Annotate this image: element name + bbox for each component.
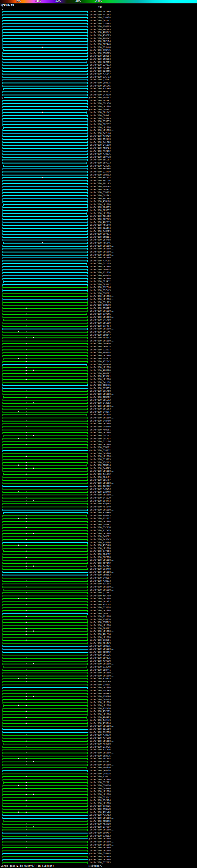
alignment-row[interactable]: UniRef100_C1AE17	[0, 348, 197, 351]
alignment-row[interactable]: ▷UniRef100_UP1000...	[0, 648, 197, 651]
alignment-bar[interactable]	[2, 806, 88, 807]
alignment-row[interactable]: ▷UniRef100_C79D53	[0, 387, 197, 390]
alignment-row[interactable]: UniRef100_B0T1T2	[0, 562, 197, 565]
alignment-bar[interactable]	[2, 284, 88, 285]
subject-label[interactable]: UniRef100_B3VLC4	[90, 603, 110, 606]
subject-label[interactable]: UniRef100_Q5D6C3	[90, 58, 110, 61]
alignment-row[interactable]: UniRef100_B4ULF9	[0, 680, 197, 683]
alignment-row[interactable]: UniRef100_B7B766	[0, 541, 197, 544]
subject-label[interactable]: UniRef100_Q01SV7	[90, 111, 110, 114]
alignment-row[interactable]: UniRef100_Q2V3J2	[0, 64, 197, 66]
alignment-bar[interactable]	[2, 349, 88, 350]
subject-label[interactable]: UniRef100_A93568	[90, 743, 110, 745]
subject-label[interactable]: UniRef100_B4C3V1	[90, 565, 110, 568]
subject-label[interactable]: UniRef100_A3ZYX0	[90, 544, 110, 547]
alignment-bar[interactable]	[2, 130, 88, 131]
subject-label[interactable]: UniRef100_Q2XTD9	[90, 170, 110, 173]
alignment-bar[interactable]	[2, 168, 88, 169]
alignment-bar[interactable]	[2, 767, 87, 768]
subject-label[interactable]: UniRef100_Q8S5L7	[90, 283, 110, 286]
subject-label[interactable]: UniRef100_C7Q712	[90, 449, 110, 452]
subject-label[interactable]: UniRef100_UP1000...	[90, 586, 114, 588]
subject-label[interactable]: UniRef100_A9JJT2	[90, 337, 110, 339]
alignment-row[interactable]: UniRef100_B2URE0	[0, 512, 197, 514]
alignment-row[interactable]: UniRef100_Q2PF37	[0, 123, 197, 126]
alignment-bar[interactable]	[2, 338, 88, 338]
alignment-row[interactable]: UniRef100_Q3R6UL	[0, 684, 197, 686]
alignment-bar[interactable]	[2, 151, 88, 152]
subject-label[interactable]: UniRef100_Q2GT81	[90, 79, 110, 81]
alignment-bar[interactable]	[2, 723, 88, 724]
alignment-bar[interactable]	[2, 177, 88, 178]
subject-label[interactable]: UniRef100_UP1000...	[90, 662, 114, 665]
alignment-row[interactable]: UniRef100_B9E750	[0, 390, 197, 393]
alignment-row[interactable]: UniRef100_B1U3T5	[0, 677, 197, 680]
subject-label[interactable]: UniRef100_B8LLV2	[90, 399, 110, 402]
alignment-bar[interactable]	[2, 109, 88, 110]
alignment-row[interactable]: UniRef100_Q24LN1	[0, 476, 197, 479]
alignment-bar[interactable]	[2, 598, 88, 599]
subject-label[interactable]: UniRef100_A9NUB8	[90, 185, 110, 188]
alignment-bar[interactable]	[2, 207, 88, 208]
alignment-bar[interactable]	[2, 687, 88, 688]
alignment-bar[interactable]	[2, 524, 88, 525]
alignment-row[interactable]: UniRef100_Q5D6C5	[0, 52, 197, 55]
alignment-row[interactable]: UniRef100_UP1000...	[0, 701, 197, 704]
alignment-row[interactable]: UniRef100_A8FGJ3	[0, 221, 197, 224]
alignment-row[interactable]: UniRef100_P93253	[0, 120, 197, 123]
alignment-bar[interactable]	[2, 720, 88, 721]
alignment-bar[interactable]	[2, 124, 88, 125]
subject-label[interactable]: UniRef100_B8LXF8	[90, 197, 110, 200]
alignment-row[interactable]: UniRef100_Q44TZ5	[0, 467, 197, 470]
subject-label[interactable]: UniRef100_B5WIQ1	[90, 236, 110, 239]
alignment-bar[interactable]	[2, 693, 88, 694]
subject-label[interactable]: UniRef100_UP1000...	[90, 431, 114, 434]
alignment-bar[interactable]	[2, 841, 88, 842]
alignment-bar[interactable]	[2, 459, 88, 460]
subject-label[interactable]: UniRef100_C1E064	[90, 23, 110, 25]
alignment-row[interactable]: UniRef100_A9FGT5	[0, 710, 197, 713]
alignment-bar[interactable]	[2, 471, 88, 472]
alignment-bar[interactable]	[2, 859, 88, 860]
alignment-row[interactable]: UniRef100_B9GNQ4	[0, 274, 197, 277]
subject-label[interactable]: UniRef100_A3VCW9	[90, 660, 110, 662]
subject-label[interactable]: UniRef100_Q5ZDC9	[90, 262, 110, 265]
alignment-row[interactable]: UniRef100_P68172	[0, 91, 197, 93]
alignment-row[interactable]: UniRef100_Q03606	[0, 452, 197, 455]
subject-label[interactable]: UniRef100_P50250	[90, 618, 110, 621]
alignment-row[interactable]: UniRef100_B6BV76	[0, 755, 197, 757]
subject-label[interactable]: UniRef100_UP1000...	[90, 648, 114, 651]
alignment-bar[interactable]	[3, 166, 88, 166]
alignment-bar[interactable]	[2, 38, 88, 39]
subject-label[interactable]: UniRef100_UP1000...	[90, 423, 114, 425]
subject-label[interactable]: UniRef100_B69TE2	[90, 627, 110, 630]
subject-label[interactable]: UniRef100_UP1000...	[90, 686, 114, 689]
alignment-row[interactable]: UniRef100_C4DFY0	[0, 426, 197, 428]
alignment-row[interactable]: UniRef100_B8LLT6	[0, 180, 197, 182]
alignment-bar[interactable]	[2, 794, 88, 795]
subject-label[interactable]: UniRef100_UP1000...	[90, 752, 114, 754]
alignment-row[interactable]: UniRef100_A3ZYX0	[0, 544, 197, 547]
subject-label[interactable]: UniRef100_UP1000...	[90, 672, 114, 674]
subject-label[interactable]: UniRef100_UP1000...	[90, 740, 114, 743]
subject-label[interactable]: UniRef100_Q2SZY7	[90, 796, 110, 799]
alignment-bar[interactable]	[2, 341, 88, 341]
alignment-bar[interactable]	[2, 613, 88, 614]
alignment-row[interactable]: UniRef100_Q66Z30	[0, 770, 197, 772]
alignment-bar[interactable]	[2, 23, 88, 24]
alignment-bar[interactable]	[2, 711, 88, 712]
subject-label[interactable]: UniRef100_B4E3A1	[90, 761, 110, 763]
alignment-row[interactable]: UniRef100_C3W0E2	[0, 835, 197, 838]
alignment-bar[interactable]	[2, 690, 88, 691]
alignment-row[interactable]: UniRef100_C0PHR4	[0, 40, 197, 43]
alignment-row[interactable]: UniRef100_UP1000...	[0, 547, 197, 550]
alignment-bar[interactable]	[2, 417, 88, 418]
subject-label[interactable]: UniRef100_A4IZR4	[90, 13, 110, 16]
alignment-bar[interactable]	[2, 447, 88, 448]
alignment-bar[interactable]	[2, 441, 88, 442]
subject-label[interactable]: UniRef100_Q4LB20	[90, 141, 110, 144]
subject-label[interactable]: UniRef100_P68172	[90, 91, 110, 93]
subject-label[interactable]: UniRef100_Q5LL26	[90, 654, 110, 656]
subject-label[interactable]: UniRef100_UP1000...	[90, 316, 114, 319]
alignment-bar[interactable]	[2, 427, 88, 427]
